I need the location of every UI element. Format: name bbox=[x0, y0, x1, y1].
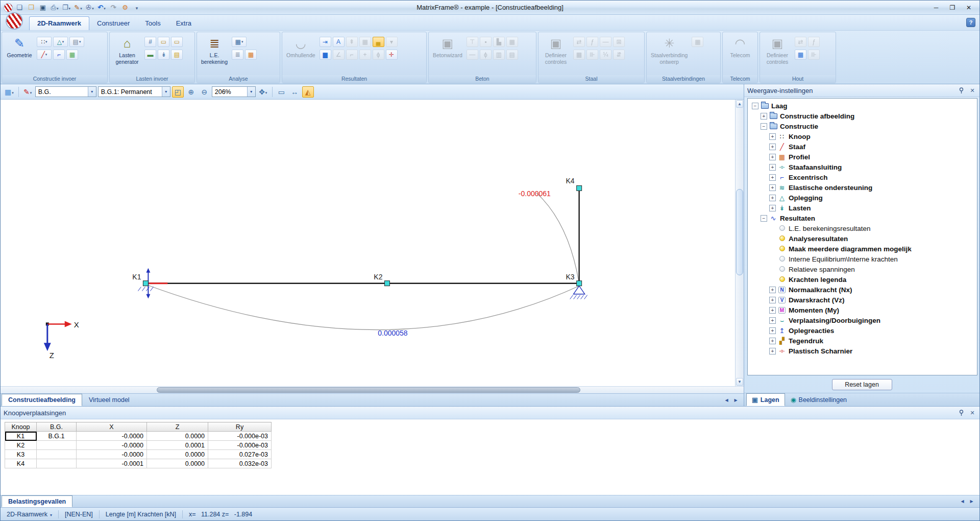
zoom-level-combo[interactable]: 206% bbox=[212, 86, 256, 97]
tree-expander[interactable]: + bbox=[769, 287, 776, 293]
geometrie-button[interactable]: ✎Geometrie bbox=[5, 34, 34, 59]
cell-z-row3[interactable]: 0.0000 bbox=[147, 450, 208, 459]
spanningen-plot-button[interactable]: ▄ bbox=[373, 37, 384, 47]
tree-expander[interactable]: + bbox=[761, 113, 767, 120]
view-tab-virtueel-model[interactable]: Virtueel model bbox=[82, 394, 136, 406]
staaf-tool-button[interactable]: ╱▾ bbox=[37, 50, 52, 60]
horizontal-scroll-thumb[interactable] bbox=[157, 387, 580, 393]
tree-item-dwarskracht-vz[interactable]: +VDwarskracht (Vz) bbox=[752, 295, 977, 305]
ribbon-tab-extra[interactable]: Extra bbox=[168, 17, 199, 30]
pin-icon[interactable] bbox=[957, 86, 965, 94]
tree-item-constructie-afbeelding[interactable]: +Constructie afbeelding bbox=[752, 111, 977, 121]
ribbon-tab-construeer[interactable]: Construeer bbox=[89, 17, 137, 30]
cell-knoop-row2[interactable]: K2 bbox=[5, 441, 37, 450]
tree-item-momenten-my[interactable]: +MMomenten (My) bbox=[752, 305, 977, 315]
ribbon-tab-2d-raamwerk[interactable]: 2D-Raamwerk bbox=[29, 16, 89, 30]
tree-expander[interactable]: − bbox=[761, 123, 767, 130]
open-button[interactable] bbox=[26, 2, 37, 13]
tree-item-normaalkracht-nx[interactable]: +NNormaalkracht (Nx) bbox=[752, 285, 977, 295]
undo-button[interactable] bbox=[96, 2, 107, 13]
customize-qat-button[interactable] bbox=[131, 2, 142, 13]
tree-expander[interactable]: + bbox=[769, 348, 776, 354]
cell-z-row1[interactable]: 0.0000 bbox=[147, 432, 208, 441]
dimension-button[interactable] bbox=[289, 86, 301, 98]
node-k3[interactable] bbox=[577, 281, 582, 286]
node-k4[interactable] bbox=[577, 185, 582, 191]
print-preview-button[interactable] bbox=[61, 2, 72, 13]
load-case-combo[interactable]: B.G.1: Permanent bbox=[98, 86, 170, 97]
tree-item-constructie[interactable]: −Constructie bbox=[752, 121, 977, 131]
tree-item-analyseresultaten[interactable]: Analyseresultaten bbox=[752, 233, 977, 244]
help-button[interactable]: ? bbox=[966, 18, 975, 27]
cell-b-g-row1[interactable]: B.G.1 bbox=[37, 432, 77, 441]
edit-tool-button[interactable] bbox=[22, 86, 34, 98]
cell-ry-row2[interactable]: -0.000e-03 bbox=[208, 441, 272, 450]
tree-expander[interactable]: + bbox=[769, 174, 776, 181]
dwarskracht-plot-button[interactable]: A bbox=[333, 37, 345, 47]
cell-x-row3[interactable]: -0.0000 bbox=[77, 450, 147, 459]
tree-item-staaf[interactable]: +╱Staaf bbox=[752, 141, 977, 152]
moment-last-button[interactable]: ↡ bbox=[158, 50, 169, 60]
settings-gear-button[interactable] bbox=[119, 2, 131, 13]
close-panel-icon[interactable]: ✕ bbox=[968, 86, 976, 94]
minimize-button[interactable] bbox=[928, 3, 944, 13]
panel-tab-beeldinstellingen[interactable]: Beeldinstellingen bbox=[785, 393, 852, 406]
bottom-tab-belastingsgevallen[interactable]: Belastingsgevallen bbox=[2, 495, 72, 507]
tree-item-lasten[interactable]: +↡Lasten bbox=[752, 203, 977, 213]
cell-ry-row3[interactable]: 0.027e-03 bbox=[208, 450, 272, 459]
tree-item-profiel[interactable]: +▦Profiel bbox=[752, 152, 977, 162]
tree-expander[interactable]: + bbox=[769, 205, 776, 211]
tree-item-knoop[interactable]: +∷Knoop bbox=[752, 131, 977, 141]
le-berekening-button[interactable]: ≣L.E. berekening bbox=[200, 34, 229, 65]
vlak-tool-button[interactable]: ▦ bbox=[66, 50, 78, 60]
tree-item-plastisch-scharnier[interactable]: +-o-Plastisch Scharnier bbox=[752, 346, 977, 356]
cell-b-g-row2[interactable] bbox=[37, 441, 77, 450]
close-button[interactable] bbox=[961, 3, 976, 13]
tree-expander[interactable]: + bbox=[769, 327, 776, 334]
cell-ry-row1[interactable]: -0.000e-03 bbox=[208, 432, 272, 441]
kleurenplot-button[interactable]: ▆ bbox=[320, 50, 331, 60]
excentrisch-tool-button[interactable]: ⌐ bbox=[53, 50, 65, 60]
load-group-combo[interactable]: B.G. bbox=[35, 86, 96, 97]
column-header-b-g[interactable]: B.G. bbox=[37, 422, 77, 432]
reset-layers-button[interactable]: Reset lagen bbox=[832, 379, 892, 390]
tree-expander[interactable]: − bbox=[761, 215, 767, 222]
marker-tool-button[interactable] bbox=[72, 2, 84, 13]
tree-expander[interactable]: + bbox=[769, 184, 776, 191]
cell-knoop-row1[interactable]: K1 bbox=[5, 432, 37, 441]
structure-canvas[interactable]: K1 K2 K3 K4 0.000058 -0.000061 X Z bbox=[1, 100, 735, 386]
tree-item-staafaansluiting[interactable]: +-o-Staafaansluiting bbox=[752, 162, 977, 172]
diagram-scale-button[interactable] bbox=[302, 86, 314, 98]
combo-dropdown-icon[interactable] bbox=[88, 87, 96, 97]
zoom-window-button[interactable] bbox=[172, 86, 184, 98]
zoom-in-button[interactable] bbox=[185, 86, 197, 98]
print-button[interactable] bbox=[49, 2, 60, 13]
canvas-vertical-scrollbar[interactable] bbox=[735, 100, 744, 386]
tree-item-interne-equilibrium-interne-krachten[interactable]: Interne Equilibrium\Interne krachten bbox=[752, 254, 977, 264]
column-header-knoop[interactable]: Knoop bbox=[5, 422, 37, 432]
tree-item-excentrisch[interactable]: +⌐Excentrisch bbox=[752, 172, 977, 182]
column-header-ry[interactable]: Ry bbox=[208, 422, 272, 432]
nav-right-icon[interactable] bbox=[732, 396, 740, 404]
view-tab-constructieafbeelding[interactable]: Constructieafbeelding bbox=[2, 394, 82, 406]
analyse-instellingen-button[interactable]: ▦ bbox=[245, 50, 257, 60]
cell-b-g-row3[interactable] bbox=[37, 450, 77, 459]
column-header-z[interactable]: Z bbox=[147, 422, 208, 432]
tree-item-maak-meerdere-diagrammen-mogelijk[interactable]: Maak meerdere diagrammen mogelijk bbox=[752, 244, 977, 254]
tree-item-l-e-berekeningsresultaten[interactable]: L.E. berekeningsresultaten bbox=[752, 223, 977, 233]
canvas-horizontal-scrollbar[interactable] bbox=[1, 386, 744, 393]
scroll-down-icon[interactable] bbox=[736, 378, 743, 386]
berekening-opties-button[interactable]: ▦▾ bbox=[232, 37, 247, 47]
save-button[interactable] bbox=[37, 2, 48, 13]
oplegging-tool-button[interactable]: △▾ bbox=[53, 37, 68, 47]
normaalkracht-plot-button[interactable]: ⇥ bbox=[320, 37, 331, 47]
tree-expander[interactable]: − bbox=[752, 103, 758, 109]
cell-x-row1[interactable]: -0.0000 bbox=[77, 432, 147, 441]
combo-dropdown-icon[interactable] bbox=[247, 87, 255, 97]
pin-icon[interactable] bbox=[957, 409, 965, 417]
tree-expander[interactable]: + bbox=[769, 144, 776, 150]
column-header-x[interactable]: X bbox=[77, 422, 147, 432]
tree-expander[interactable]: + bbox=[769, 164, 776, 171]
panel-tab-lagen[interactable]: Lagen bbox=[746, 393, 785, 406]
cell-b-g-row4[interactable] bbox=[37, 459, 77, 468]
